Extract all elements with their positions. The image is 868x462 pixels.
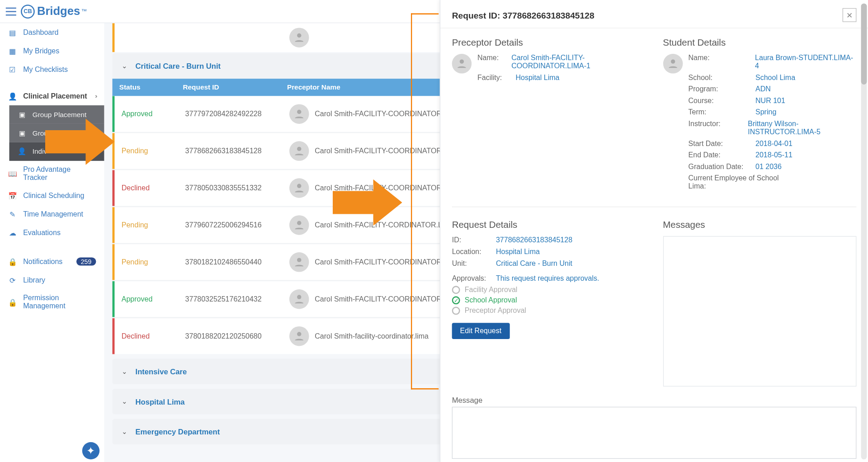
message-label: Message: [452, 396, 857, 405]
label: End Date:: [689, 151, 752, 159]
value-link[interactable]: Spring: [755, 108, 776, 116]
nav-label: Notifications: [23, 258, 62, 266]
cell-status: Pending: [122, 147, 185, 155]
edit-request-button[interactable]: Edit Request: [452, 323, 509, 339]
value-link[interactable]: Brittany Wilson-INSTRUCTOR.LIMA-5: [748, 120, 856, 136]
chevron-down-icon[interactable]: ⌄: [122, 368, 127, 376]
label: Current Employee of School Lima:: [689, 174, 781, 190]
section-title: Preceptor Details: [452, 38, 646, 48]
panel-title: Request ID: 3778682663183845128: [452, 10, 594, 20]
cell-status: Pending: [122, 221, 185, 229]
nav-mybridges[interactable]: ▦ My Bridges: [0, 42, 104, 60]
brand[interactable]: CB Bridges ™: [21, 5, 87, 19]
svg-point-11: [670, 59, 675, 63]
value-link[interactable]: ADN: [755, 85, 771, 93]
approval-facility: Facility Approval: [452, 286, 646, 294]
nav-label: Group Placement: [33, 129, 87, 137]
close-button[interactable]: ✕: [843, 8, 857, 22]
nav-evaluations[interactable]: ☁ Evaluations: [0, 223, 104, 242]
value-link[interactable]: NUR 101: [755, 97, 785, 105]
value-link[interactable]: This request requires approvals.: [496, 274, 599, 283]
request-details: Request Details ID:3778682663183845128 L…: [452, 220, 646, 387]
label: Name:: [689, 54, 752, 62]
col-head-status: Status: [119, 83, 183, 91]
nav-time-management[interactable]: ✎ Time Management: [0, 205, 104, 223]
svg-point-10: [460, 59, 464, 63]
value-link[interactable]: 3778682663183845128: [496, 236, 572, 244]
label: Location:: [452, 248, 493, 256]
avatar-icon: [289, 141, 309, 161]
nav-individual[interactable]: 👤 Indiv: [9, 142, 104, 161]
cell-request-id: 3777972084282492228: [185, 110, 289, 118]
nav-scheduling[interactable]: 📅 Clinical Scheduling: [0, 186, 104, 205]
nav-group-placement-1[interactable]: ▣ Group Placement: [9, 105, 104, 124]
nav-label: Evaluations: [23, 229, 61, 237]
chevron-down-icon[interactable]: ⌄: [122, 428, 127, 436]
fab-add-button[interactable]: ✦: [82, 442, 99, 459]
nav-label: Pro Advantage Tracker: [23, 165, 96, 182]
label: ID:: [452, 236, 493, 244]
person-icon: 👤: [8, 91, 17, 100]
nav-label: Permission Management: [23, 294, 96, 310]
cell-status: Approved: [122, 110, 185, 118]
close-icon: ✕: [846, 11, 853, 19]
chevron-down-icon[interactable]: ⌄: [122, 62, 127, 70]
avatar-icon: [289, 178, 309, 198]
nav-group-placement-2[interactable]: ▣ Group Placement: [9, 124, 104, 142]
nav-checklists[interactable]: ☑ My Checklists: [0, 60, 104, 79]
value-link[interactable]: Hospital Lima: [496, 248, 540, 256]
preceptor-details: Preceptor Details Name:Carol Smith-FACIL…: [452, 38, 646, 194]
cell-request-id: 3779607225006294516: [185, 221, 289, 229]
value-link[interactable]: 2018-04-01: [755, 139, 793, 147]
label: Facility:: [477, 74, 512, 82]
nav-clinical-placement[interactable]: 👤 Clinical Placement ⌃: [0, 87, 104, 105]
panel-header: Request ID: 3778682663183845128 ✕: [440, 0, 868, 28]
group-icon: ▣: [17, 128, 26, 137]
avatar-icon: [289, 289, 309, 309]
nav-notifications[interactable]: 🔒 Notifications 259: [0, 252, 104, 271]
cloud-icon: ☁: [8, 228, 17, 237]
message-textarea[interactable]: [452, 407, 857, 459]
svg-point-9: [297, 332, 301, 336]
radio-empty-icon: [452, 306, 460, 315]
approval-school: School Approval: [452, 296, 646, 304]
nav-label: Indiv: [33, 147, 47, 156]
label: School:: [689, 74, 752, 82]
unit-name: Critical Care - Burn Unit: [136, 61, 221, 70]
label: Term:: [689, 108, 752, 116]
nav-clinical-sub: ▣ Group Placement ▣ Group Placement 👤 In…: [0, 105, 104, 161]
notifications-badge: 259: [76, 258, 96, 266]
label: Name:: [477, 54, 508, 62]
cell-request-id: 3780188202120250680: [185, 332, 289, 340]
lock-icon: 🔒: [8, 257, 17, 266]
value-link[interactable]: Critical Care - Burn Unit: [496, 259, 572, 267]
unit-name: Intensive Care: [136, 367, 187, 376]
student-details: Student Details Name:Laura Brown-STUDENT…: [663, 38, 856, 194]
avatar-icon: [289, 28, 309, 47]
lock-icon: 🔒: [8, 297, 17, 306]
value-link[interactable]: Laura Brown-STUDENT.LIMA-4: [755, 54, 856, 70]
menu-icon[interactable]: [6, 7, 16, 15]
value-link[interactable]: School Lima: [755, 74, 795, 82]
value-link[interactable]: Hospital Lima: [515, 74, 559, 82]
value-link[interactable]: Carol Smith-FACILITY-COORDINATOR.LIMA-1: [511, 54, 646, 70]
divider: [452, 207, 857, 207]
nav-pro-tracker[interactable]: 📖 Pro Advantage Tracker: [0, 161, 104, 186]
nav-library[interactable]: ⟳ Library: [0, 271, 104, 289]
value-link[interactable]: 2018-05-11: [755, 151, 793, 159]
svg-point-3: [297, 110, 301, 114]
value-link[interactable]: 01 2036: [755, 163, 782, 171]
approvals-list: Facility Approval School Approval Precep…: [452, 286, 646, 315]
nav-permission[interactable]: 🔒 Permission Management: [0, 289, 104, 315]
sidebar: ▤ Dashboard ▦ My Bridges ☑ My Checklists…: [0, 23, 104, 462]
scrollbar-thumb[interactable]: [861, 4, 867, 85]
messages-area[interactable]: [663, 236, 856, 387]
avatar-icon: [289, 252, 309, 272]
nav-label: My Bridges: [23, 47, 59, 55]
checklist-icon: ☑: [8, 65, 17, 74]
section-title: Student Details: [663, 38, 856, 48]
nav-dashboard[interactable]: ▤ Dashboard: [0, 23, 104, 42]
unit-name: Hospital Lima: [136, 397, 185, 406]
radio-check-icon: [452, 296, 460, 304]
chevron-down-icon[interactable]: ⌄: [122, 397, 127, 405]
